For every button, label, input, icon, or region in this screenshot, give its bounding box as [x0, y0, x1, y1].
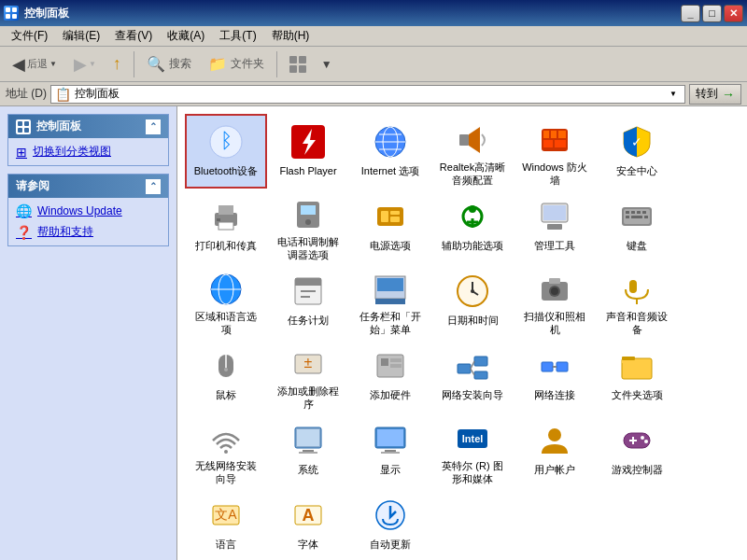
sidebar-see-also-title: 请参阅 — [16, 178, 49, 194]
svg-rect-105 — [381, 452, 400, 454]
menu-tools[interactable]: 工具(T) — [212, 26, 263, 46]
menu-help[interactable]: 帮助(H) — [264, 26, 317, 46]
up-button[interactable]: ↑ — [106, 51, 128, 77]
sidebar-see-also-collapse[interactable]: ⌃ — [146, 179, 161, 194]
sidebar-link-help-support[interactable]: ❓ 帮助和支持 — [16, 224, 161, 240]
icon-img-region — [207, 273, 245, 306]
folders-button[interactable]: 📁 文件夹 — [202, 52, 271, 76]
icon-item-printer[interactable]: 打印机和传真 — [185, 189, 267, 263]
menu-view[interactable]: 查看(V) — [107, 26, 160, 46]
svg-rect-88 — [474, 371, 487, 379]
icon-item-internet[interactable]: Internet 选项 — [349, 114, 431, 189]
icon-item-datetime[interactable]: 日期和时间 — [431, 263, 514, 338]
icon-img-game — [618, 422, 655, 459]
search-button[interactable]: 🔍 搜索 — [140, 52, 198, 76]
sidebar-cp-title: 控制面板 — [36, 119, 81, 134]
icon-item-display[interactable]: 显示 — [349, 413, 431, 487]
icon-item-mouse[interactable]: 鼠标 — [185, 338, 267, 413]
svg-rect-66 — [375, 299, 405, 304]
icon-item-realtek[interactable]: Realtek高清晰音频配置 — [431, 114, 514, 189]
minimize-button[interactable]: _ — [681, 5, 700, 22]
icon-label-fonts: 字体 — [298, 538, 318, 551]
icon-img-autoupdate — [372, 497, 409, 534]
icon-item-autoupdate[interactable]: 自动更新 — [349, 487, 431, 560]
address-value: 控制面板 — [75, 86, 662, 102]
address-input-box[interactable]: 📋 控制面板 ▼ — [50, 85, 685, 104]
icon-item-network-wizard[interactable]: 网络安装向导 — [431, 338, 514, 413]
svg-rect-26 — [558, 131, 566, 138]
icon-label-system: 系统 — [298, 463, 318, 476]
sidebar-cp-content: ⊞ 切换到分类视图 — [8, 138, 168, 165]
icon-item-fonts[interactable]: A字体 — [267, 487, 349, 560]
forward-button[interactable]: ▶ ▼ — [67, 51, 103, 77]
icon-img-firewall — [536, 123, 573, 157]
icon-img-display — [372, 422, 409, 459]
help-support-icon: ❓ — [16, 225, 32, 240]
back-button[interactable]: ◀ 后退 ▼ — [6, 51, 63, 77]
forward-dropdown-icon: ▼ — [89, 60, 96, 68]
icon-item-keyboard[interactable]: 键盘 — [596, 189, 678, 263]
go-button[interactable]: 转到 → — [689, 84, 741, 105]
icon-item-region[interactable]: 区域和语言选项 — [185, 263, 267, 338]
icon-item-intel[interactable]: Intel英特尔 (R) 图形和媒体 — [431, 413, 514, 487]
svg-rect-46 — [543, 205, 566, 220]
forward-icon: ▶ — [74, 54, 87, 75]
svg-rect-61 — [295, 278, 321, 286]
svg-rect-86 — [458, 364, 471, 373]
icon-item-addhardware[interactable]: 添加硬件 — [349, 338, 431, 413]
icon-item-firewall[interactable]: Windows 防火墙 — [514, 114, 596, 189]
icon-label-internet: Internet 选项 — [361, 164, 419, 177]
view-icons-button[interactable] — [283, 51, 313, 77]
menu-file[interactable]: 文件(F) — [4, 26, 55, 46]
icon-item-tasks[interactable]: 任务计划 — [267, 263, 349, 338]
sidebar-section-see-also-header[interactable]: 请参阅 ⌃ — [8, 175, 168, 198]
svg-text:文A: 文A — [215, 507, 237, 522]
address-dropdown-button[interactable]: ▼ — [666, 87, 681, 102]
icon-img-bluetooth: ᛒ — [207, 123, 245, 161]
svg-rect-96 — [622, 357, 635, 360]
icon-item-addremove[interactable]: ±添加或删除程序 — [267, 338, 349, 413]
icon-img-tasks — [289, 273, 327, 310]
icon-img-accessibility — [454, 198, 491, 235]
icon-item-scanner[interactable]: 扫描仪和照相机 — [514, 263, 596, 338]
icon-item-audio[interactable]: 声音和音频设备 — [596, 263, 678, 338]
icon-item-taskbar[interactable]: 任务栏和「开始」菜单 — [349, 263, 431, 338]
svg-rect-50 — [626, 211, 629, 214]
restore-button[interactable]: □ — [702, 5, 722, 22]
icon-item-folder-options[interactable]: 文件夹选项 — [596, 338, 678, 413]
icon-item-flash[interactable]: Flash Player — [267, 114, 349, 189]
svg-rect-9 — [24, 121, 29, 126]
view-more-button[interactable]: ▼ — [317, 55, 337, 74]
menu-favorites[interactable]: 收藏(A) — [160, 26, 212, 46]
icon-item-network-conn[interactable]: 网络连接 — [514, 338, 596, 413]
svg-rect-74 — [549, 278, 560, 284]
sidebar-link-windows-update[interactable]: 🌐 Windows Update — [16, 203, 161, 218]
icon-img-language: 文A — [207, 497, 245, 534]
icon-item-accessibility[interactable]: 辅助功能选项 — [431, 189, 514, 263]
icon-item-admin[interactable]: 管理工具 — [514, 189, 596, 263]
icon-label-flash: Flash Player — [279, 164, 336, 177]
sidebar-link-switch-view[interactable]: ⊞ 切换到分类视图 — [16, 144, 161, 160]
icon-item-power[interactable]: 电源选项 — [349, 189, 431, 263]
sidebar-section-control-panel-header[interactable]: 控制面板 ⌃ — [8, 115, 168, 138]
go-label: 转到 — [696, 86, 718, 102]
svg-point-73 — [551, 287, 558, 295]
icon-item-security[interactable]: ✓安全中心 — [596, 114, 678, 189]
icon-item-language[interactable]: 文A语言 — [185, 487, 267, 560]
svg-point-70 — [471, 289, 474, 293]
main-area: 控制面板 ⌃ ⊞ 切换到分类视图 请参阅 ⌃ 🌐 Windows Update — [0, 106, 747, 560]
icon-item-bluetooth[interactable]: ᛒBluetooth设备 — [185, 114, 267, 189]
icon-item-phone[interactable]: 电话和调制解调器选项 — [267, 189, 349, 263]
icon-img-scanner — [536, 273, 573, 306]
menu-edit[interactable]: 编辑(E) — [55, 26, 107, 46]
icon-item-wireless[interactable]: 无线网络安装向导 — [185, 413, 267, 487]
icon-item-system[interactable]: 系统 — [267, 413, 349, 487]
icon-item-user[interactable]: 用户帐户 — [514, 413, 596, 487]
address-label: 地址 (D) — [6, 86, 47, 102]
icon-item-game[interactable]: 游戏控制器 — [596, 413, 678, 487]
windows-update-icon: 🌐 — [16, 203, 32, 218]
search-label: 搜索 — [169, 56, 191, 72]
sidebar-cp-collapse[interactable]: ⌃ — [146, 119, 161, 134]
close-button[interactable]: ✕ — [724, 5, 743, 22]
svg-rect-5 — [299, 56, 306, 63]
